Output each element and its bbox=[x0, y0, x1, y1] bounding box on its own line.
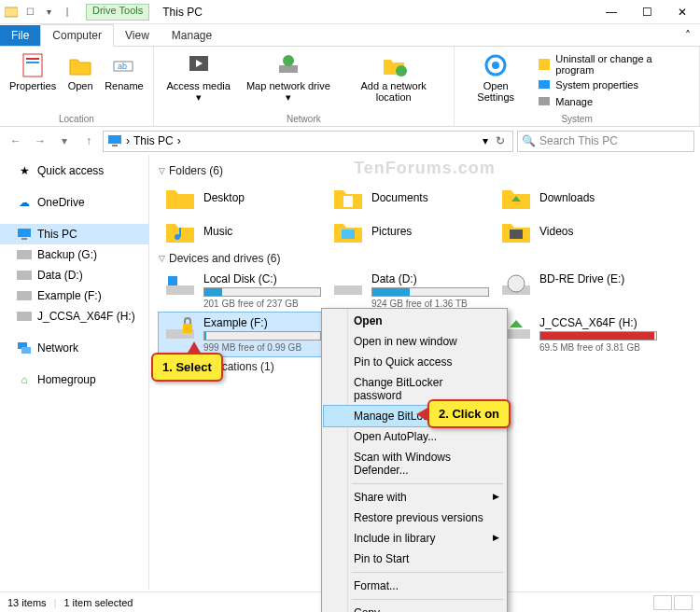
ribbon-group-location: Properties Open ab Rename Location bbox=[0, 47, 154, 126]
rename-button[interactable]: ab Rename bbox=[101, 49, 147, 114]
breadcrumb[interactable]: This PC bbox=[133, 134, 174, 147]
address-field[interactable]: › This PC › ▾ ↻ bbox=[103, 131, 513, 152]
folder-documents[interactable]: Documents bbox=[327, 181, 495, 215]
nav-network[interactable]: Network bbox=[0, 338, 148, 358]
pc-icon bbox=[17, 227, 32, 242]
ctx-restore-versions[interactable]: Restore previous versions bbox=[324, 508, 505, 528]
refresh-button[interactable]: ↻ bbox=[492, 134, 509, 147]
access-media-button[interactable]: Access media ▾ bbox=[160, 49, 238, 114]
tab-manage[interactable]: Manage bbox=[161, 25, 223, 46]
sysprops-icon bbox=[537, 77, 552, 92]
folder-icon bbox=[164, 185, 196, 211]
status-item-count: 13 items bbox=[7, 597, 47, 608]
recent-dropdown[interactable]: ▾ bbox=[54, 131, 75, 151]
svg-rect-14 bbox=[539, 80, 550, 89]
ctx-open[interactable]: Open bbox=[324, 311, 505, 331]
manage-icon bbox=[537, 94, 552, 109]
tab-computer[interactable]: Computer bbox=[40, 24, 114, 47]
map-drive-button[interactable]: Map network drive ▾ bbox=[240, 49, 338, 114]
drive-f[interactable]: Example (F:)999 MB free of 0.99 GB bbox=[159, 313, 327, 356]
ctx-include-library[interactable]: Include in library▶ bbox=[324, 528, 505, 549]
homegroup-icon: ⌂ bbox=[17, 372, 32, 387]
nav-homegroup[interactable]: ⌂Homegroup bbox=[0, 369, 148, 390]
drive-bd[interactable]: BD-RE Drive (E:) bbox=[495, 269, 663, 313]
folder-videos[interactable]: Videos bbox=[495, 215, 663, 248]
drive-c[interactable]: Local Disk (C:)201 GB free of 237 GB bbox=[159, 269, 327, 313]
submenu-arrow-icon: ▶ bbox=[493, 533, 499, 542]
folder-music[interactable]: Music bbox=[159, 215, 327, 248]
nav-example[interactable]: Example (F:) bbox=[0, 285, 148, 306]
nav-onedrive[interactable]: ☁OneDrive bbox=[0, 192, 148, 213]
section-folders[interactable]: ▽Folders (6) bbox=[159, 160, 691, 181]
svg-rect-32 bbox=[166, 285, 194, 295]
drive-h[interactable]: J_CCSA_X64F (H:)69.5 MB free of 3.81 GB bbox=[495, 313, 663, 356]
folder-icon bbox=[500, 218, 532, 244]
maximize-button[interactable]: ☐ bbox=[629, 0, 665, 24]
svg-rect-22 bbox=[17, 291, 32, 300]
nav-this-pc[interactable]: This PC bbox=[0, 224, 148, 244]
network-icon bbox=[17, 341, 32, 355]
svg-rect-19 bbox=[21, 238, 27, 240]
svg-rect-21 bbox=[17, 271, 32, 280]
manage-button[interactable]: Manage bbox=[533, 93, 693, 110]
add-network-location-button[interactable]: Add a network location bbox=[339, 49, 448, 114]
tab-file[interactable]: File bbox=[0, 25, 40, 46]
ctx-pin-start[interactable]: Pin to Start bbox=[324, 549, 505, 569]
ctx-format[interactable]: Format... bbox=[324, 576, 505, 596]
address-dropdown[interactable]: ▾ bbox=[483, 134, 488, 147]
close-button[interactable]: ✕ bbox=[665, 0, 700, 24]
svg-rect-25 bbox=[21, 347, 31, 354]
qat-properties-icon[interactable]: ☐ bbox=[22, 5, 37, 20]
os-drive-icon bbox=[164, 272, 196, 299]
uninstall-button[interactable]: Uninstall or change a program bbox=[533, 52, 693, 76]
nav-backup[interactable]: Backup (G:) bbox=[0, 244, 148, 265]
forward-button[interactable]: → bbox=[30, 131, 50, 151]
svg-rect-2 bbox=[26, 58, 39, 60]
status-selected-count: 1 item selected bbox=[63, 597, 133, 608]
folder-pictures[interactable]: Pictures bbox=[327, 215, 495, 248]
properties-button[interactable]: Properties bbox=[6, 49, 60, 114]
folder-desktop[interactable]: Desktop bbox=[159, 181, 327, 215]
open-settings-button[interactable]: Open Settings bbox=[460, 49, 531, 114]
view-icons-button[interactable] bbox=[674, 595, 693, 610]
minimize-button[interactable]: — bbox=[594, 0, 629, 24]
drive-icon bbox=[17, 309, 32, 324]
svg-rect-23 bbox=[17, 312, 32, 321]
ctx-share-with[interactable]: Share with▶ bbox=[324, 487, 505, 508]
breadcrumb-separator: › bbox=[126, 134, 130, 147]
up-button[interactable]: ↑ bbox=[78, 131, 99, 151]
nav-jccsa[interactable]: J_CCSA_X64F (H:) bbox=[0, 306, 148, 327]
callout-click-on: 2. Click on bbox=[427, 399, 511, 428]
optical-drive-icon bbox=[500, 272, 532, 299]
titlebar: ☐ ▾ | Drive Tools This PC — ☐ ✕ bbox=[0, 0, 700, 24]
ctx-scan-defender[interactable]: Scan with Windows Defender... bbox=[324, 447, 505, 480]
navigation-pane: ★Quick access ☁OneDrive This PC Backup (… bbox=[0, 155, 149, 590]
view-details-button[interactable] bbox=[653, 595, 672, 610]
nav-quick-access[interactable]: ★Quick access bbox=[0, 160, 148, 181]
svg-rect-30 bbox=[342, 230, 355, 239]
nav-data[interactable]: Data (D:) bbox=[0, 265, 148, 285]
svg-rect-38 bbox=[183, 324, 192, 333]
back-button[interactable]: ← bbox=[6, 131, 26, 151]
section-drives[interactable]: ▽Devices and drives (6) bbox=[159, 248, 691, 269]
tab-view[interactable]: View bbox=[114, 25, 161, 46]
ribbon-group-system: Open Settings Uninstall or change a prog… bbox=[455, 47, 700, 126]
search-icon: 🔍 bbox=[522, 134, 536, 147]
drive-icon bbox=[332, 272, 364, 299]
svg-rect-15 bbox=[539, 97, 550, 105]
open-button[interactable]: Open bbox=[62, 49, 99, 114]
folder-downloads[interactable]: Downloads bbox=[495, 181, 663, 215]
ctx-copy[interactable]: Copy bbox=[324, 603, 505, 612]
ctx-pin-quick-access[interactable]: Pin to Quick access bbox=[324, 352, 505, 372]
ctx-open-autoplay[interactable]: Open AutoPlay... bbox=[324, 426, 505, 447]
drive-d[interactable]: Data (D:)924 GB free of 1.36 TB bbox=[327, 269, 495, 313]
callout-select: 1. Select bbox=[151, 353, 223, 382]
svg-point-9 bbox=[283, 55, 294, 66]
ribbon: Properties Open ab Rename Location Acces… bbox=[0, 47, 700, 127]
qat-dropdown-icon[interactable]: ▾ bbox=[41, 5, 56, 20]
ribbon-collapse-button[interactable]: ˄ bbox=[676, 25, 700, 46]
system-properties-button[interactable]: System properties bbox=[533, 76, 693, 93]
submenu-arrow-icon: ▶ bbox=[493, 492, 499, 501]
ctx-open-new-window[interactable]: Open in new window bbox=[324, 331, 505, 352]
search-input[interactable]: 🔍 Search This PC bbox=[517, 131, 694, 152]
